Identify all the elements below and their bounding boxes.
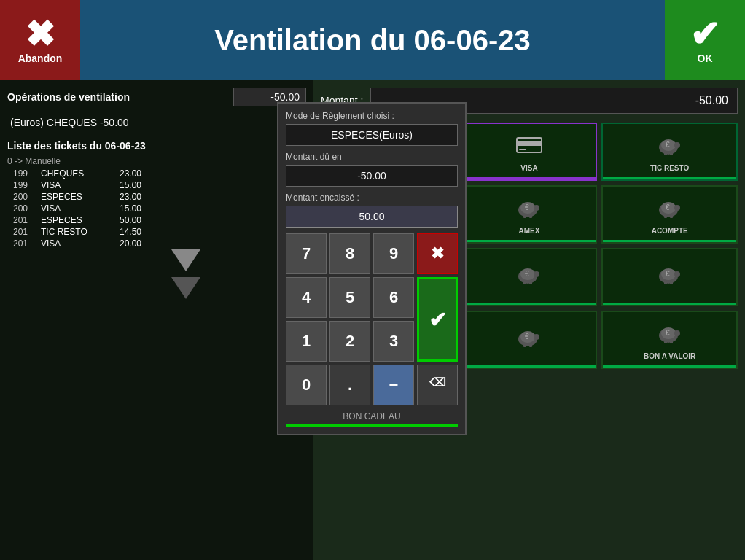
confirm-button[interactable]: ✔ [417,277,458,362]
key-7[interactable]: 7 [286,233,327,274]
r4_3-label: BON A VALOIR [644,352,695,360]
svg-point-63 [674,330,680,336]
r3_3-line [603,303,736,305]
montant-encaisse-value[interactable]: 50.00 [286,206,458,228]
scroll-down-arrow1[interactable] [171,249,200,271]
svg-text:€: € [525,332,529,341]
payment-tile-r4_3[interactable]: € BON A VALOIR [601,311,738,369]
ticket-type: TIC RESTO [41,227,99,237]
key-5[interactable]: 5 [329,277,370,318]
r4_2-icon: € [516,327,542,353]
amex-icon: € [516,198,542,224]
ticket-row: 199CHEQUES23.00 [7,168,306,179]
svg-point-45 [674,271,680,277]
eraser-button[interactable]: ⌫ [417,365,458,405]
key-3[interactable]: 3 [373,321,414,362]
bon-cadeau-button[interactable]: BON CADEAU [343,411,400,421]
abandon-label: Abandon [18,52,63,64]
key-0[interactable]: 0 [286,365,327,405]
ticket-row: 201TIC RESTO14.50 [7,226,306,238]
ticket-num: 201 [13,215,35,225]
svg-rect-29 [670,215,673,218]
tic_resto-label: TIC RESTO [650,164,689,172]
abandon-button[interactable]: ✖ Abandon [0,0,80,80]
visa-label: VISA [520,164,537,172]
svg-rect-23 [529,215,532,218]
payment-tile-r3_2[interactable]: € [461,248,598,306]
payment-tile-amex[interactable]: € AMEX [461,185,598,244]
ok-label: OK [698,52,713,64]
amex-line [463,240,596,242]
payment-tile-r3_3[interactable]: € [601,248,738,306]
svg-rect-40 [523,281,526,284]
bon-cadeau-label: BON CADEAU [343,411,400,421]
montant-du-value: -50.00 [286,165,458,187]
scroll-down-arrow2[interactable] [171,277,200,299]
key-4[interactable]: 4 [286,277,327,318]
svg-text:€: € [525,270,529,278]
ticket-amount: 15.00 [105,180,141,190]
svg-rect-41 [529,281,532,284]
svg-point-39 [534,271,539,277]
ticket-num: 199 [13,168,35,179]
ticket-type: CHEQUES [41,168,99,179]
svg-rect-10 [664,152,667,155]
key-1[interactable]: 1 [286,321,327,362]
r3_2-icon: € [516,264,542,290]
header: ✖ Abandon Ventilation du 06-06-23 ✔ OK [0,0,745,80]
ticket-type: VISA [41,238,99,249]
operations-label: Opérations de ventilation [7,91,233,103]
left-panel: Opérations de ventilation -50.00 (Euros)… [0,80,313,560]
tickets-title: Liste des tickets du 06-06-23 [7,140,306,152]
page-title: Ventilation du 06-06-23 [214,24,530,57]
key-minus[interactable]: − [373,365,414,405]
svg-rect-11 [670,152,673,155]
svg-rect-58 [523,344,526,347]
ticket-amount: 23.00 [105,192,141,202]
ticket-amount: 50.00 [105,215,141,225]
visa-icon [516,135,542,161]
r4_2-line [463,365,596,368]
visa-line [463,177,596,179]
svg-text:€: € [666,141,670,149]
ticket-amount: 23.00 [105,168,141,179]
check-icon: ✔ [690,16,720,52]
svg-text:€: € [666,329,670,337]
ticket-amount: 14.50 [105,227,141,237]
r3_2-line [463,303,596,305]
amex-label: AMEX [519,227,540,235]
mode-value: ESPECES(Euros) [286,124,458,146]
ticket-num: 200 [13,203,35,214]
operations-section: Opérations de ventilation -50.00 [7,88,306,106]
key-dot[interactable]: . [329,365,370,405]
key-6[interactable]: 6 [373,277,414,318]
ticket-amount: 20.00 [105,238,141,249]
ticket-row: 201VISA20.00 [7,238,306,249]
svg-rect-65 [670,341,673,343]
montant-encaisse-label: Montant encaissé : [286,192,458,203]
payment-tile-r4_2[interactable]: € [461,311,598,369]
r3_3-icon: € [657,264,683,290]
payment-tile-acompte[interactable]: € ACOMPTE [601,185,738,244]
svg-point-9 [674,142,680,148]
key-2[interactable]: 2 [329,321,370,362]
payment-tile-visa[interactable]: VISA [461,122,598,181]
svg-point-27 [674,205,680,211]
ok-button[interactable]: ✔ OK [665,0,745,80]
delete-button[interactable]: ✖ [417,233,458,274]
numpad: 7 8 9 ✖ 4 5 6 ✔ 1 2 3 0 . − ⌫ [286,233,458,405]
svg-rect-28 [664,215,667,218]
ticket-num: 200 [13,192,35,202]
key-8[interactable]: 8 [329,233,370,274]
ticket-type: ESPECES [41,192,99,202]
svg-rect-59 [529,344,532,347]
payment-tile-tic_resto[interactable]: € TIC RESTO [601,122,738,181]
svg-rect-22 [523,215,526,218]
x-icon: ✖ [25,16,55,52]
key-9[interactable]: 9 [373,233,414,274]
svg-text:€: € [525,203,529,211]
ticket-num: 201 [13,227,35,237]
svg-rect-47 [670,281,673,284]
ticket-amount: 15.00 [105,203,141,214]
payment-modal: Mode de Règlement choisi : ESPECES(Euros… [277,102,467,435]
